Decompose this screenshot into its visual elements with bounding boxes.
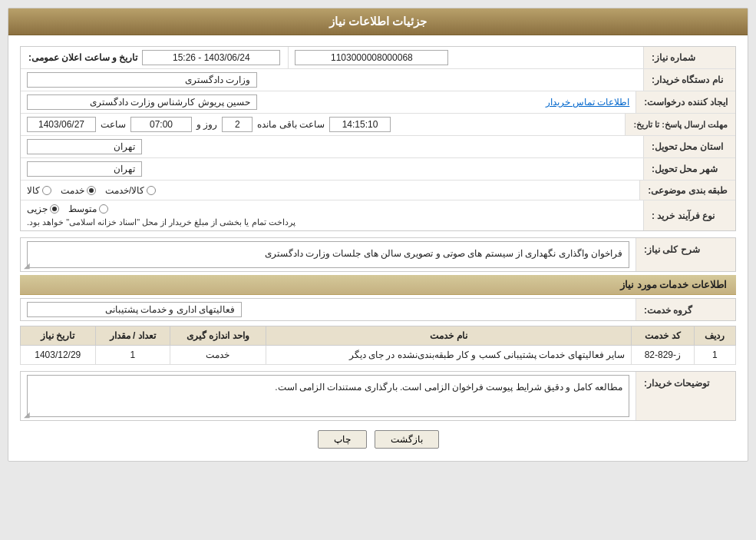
page-title: جزئیات اطلاعات نیاز bbox=[329, 15, 427, 28]
buyer-notes-label: توضیحات خریدار: bbox=[636, 372, 735, 420]
procurement-row: نوع فرآیند خرید : متوسط جزیی bbox=[21, 200, 735, 230]
category-label: طبقه بندی موضوعی: bbox=[639, 181, 735, 200]
col-header-date: تاریخ نیاز bbox=[21, 326, 96, 346]
buyer-notes-text: مطالعه کامل و دقیق شرایط پیوست فراخوان ا… bbox=[27, 375, 629, 417]
category-option-kala-khedmat[interactable]: کالا/خدمت bbox=[105, 185, 156, 196]
province-label: استان محل تحویل: bbox=[643, 136, 735, 157]
province-row: استان محل تحویل: تهران bbox=[21, 136, 735, 158]
procurement-option-jozi[interactable]: جزیی bbox=[27, 204, 59, 214]
procurement-label-motavaset: متوسط bbox=[68, 204, 97, 214]
category-radio-group: کالا/خدمت خدمت کالا bbox=[27, 185, 156, 196]
deadline-remaining-label: ساعت باقی مانده bbox=[257, 119, 325, 130]
cell-service-name: سایر فعالیتهای خدمات پشتیبانی کسب و کار … bbox=[266, 346, 631, 365]
description-label: شرح کلی نیاز: bbox=[636, 238, 735, 271]
services-section-header: اطلاعات خدمات مورد نیاز bbox=[20, 275, 736, 295]
creator-name-box: حسین پریوش کارشناس وزارت دادگستری bbox=[27, 94, 257, 110]
announce-value-box: 1403/06/24 - 15:26 bbox=[142, 50, 280, 65]
page-wrapper: جزئیات اطلاعات نیاز شماره نیاز: 11030000… bbox=[0, 0, 756, 540]
cell-unit: خدمت bbox=[170, 346, 266, 365]
deadline-remaining-box: 14:15:10 bbox=[329, 117, 391, 132]
procurement-radio-group: متوسط جزیی bbox=[27, 204, 108, 214]
category-value: کالا/خدمت خدمت کالا bbox=[21, 181, 639, 200]
services-table-container: ردیف کد خدمت نام خدمت واحد اندازه گیری ت… bbox=[20, 326, 736, 365]
category-row: طبقه بندی موضوعی: کالا/خدمت خدمت bbox=[21, 181, 735, 200]
card-body: شماره نیاز: 1103000008000068 1403/06/24 … bbox=[8, 35, 748, 461]
main-card: جزئیات اطلاعات نیاز شماره نیاز: 11030000… bbox=[8, 8, 748, 462]
table-row: 1 ز-829-82 سایر فعالیتهای خدمات پشتیبانی… bbox=[21, 346, 736, 365]
print-button[interactable]: چاپ bbox=[318, 430, 367, 449]
description-text: فراخوان واگذاری نگهداری از سیستم های صوت… bbox=[27, 241, 629, 268]
radio-icon-khedmat bbox=[87, 186, 96, 195]
deadline-date-box: 1403/06/27 bbox=[27, 117, 96, 132]
deadline-row: مهلت ارسال پاسخ: تا تاریخ: 14:15:10 ساعت… bbox=[21, 114, 735, 136]
col-header-quantity: تعداد / مقدار bbox=[95, 326, 170, 346]
procurement-note: پرداخت تمام یا بخشی از مبلغ خریدار از مح… bbox=[27, 217, 295, 227]
col-header-unit: واحد اندازه گیری bbox=[170, 326, 266, 346]
cell-quantity: 1 bbox=[95, 346, 170, 365]
category-label-khedmat: خدمت bbox=[61, 185, 84, 196]
announce-label: تاریخ و ساعت اعلان عمومی: bbox=[28, 52, 137, 63]
procurement-option-motavaset[interactable]: متوسط bbox=[68, 204, 108, 214]
table-header-row: ردیف کد خدمت نام خدمت واحد اندازه گیری ت… bbox=[21, 326, 736, 346]
creator-value: اطلاعات تماس خریدار حسین پریوش کارشناس و… bbox=[21, 91, 636, 113]
service-group-label: گروه خدمت: bbox=[636, 299, 735, 320]
city-row: شهر محل تحویل: تهران bbox=[21, 158, 735, 181]
button-row: بازگشت چاپ bbox=[20, 430, 736, 449]
deadline-time-box: 07:00 bbox=[130, 117, 192, 132]
resize-handle-icon: ◢ bbox=[24, 261, 30, 270]
top-info-section: شماره نیاز: 1103000008000068 1403/06/24 … bbox=[20, 46, 736, 231]
category-label-kala-khedmat: کالا/خدمت bbox=[105, 185, 144, 196]
buyer-org-value: وزارت دادگستری bbox=[21, 69, 643, 91]
procurement-value: متوسط جزیی پرداخت تمام یا بخشی از مبلغ خ… bbox=[21, 200, 643, 230]
service-group-section: گروه خدمت: فعالیتهای اداری و خدمات پشتیب… bbox=[20, 298, 736, 321]
buyer-org-row: نام دستگاه خریدار: وزارت دادگستری bbox=[21, 69, 735, 91]
service-group-row: گروه خدمت: فعالیتهای اداری و خدمات پشتیب… bbox=[21, 299, 735, 320]
creator-row: ایجاد کننده درخواست: اطلاعات تماس خریدار… bbox=[21, 91, 735, 114]
procurement-label-jozi: جزیی bbox=[27, 204, 48, 214]
creator-label: ایجاد کننده درخواست: bbox=[636, 91, 735, 113]
issue-number-label: شماره نیاز: bbox=[643, 47, 735, 68]
procurement-label: نوع فرآیند خرید : bbox=[643, 200, 735, 230]
buyer-notes-section: توضیحات خریدار: مطالعه کامل و دقیق شرایط… bbox=[20, 371, 736, 421]
radio-icon-motavaset bbox=[99, 204, 108, 214]
cell-service-code: ز-829-82 bbox=[632, 346, 694, 365]
creator-contact-link[interactable]: اطلاعات تماس خریدار bbox=[546, 97, 630, 108]
buyer-org-label: نام دستگاه خریدار: bbox=[643, 69, 735, 91]
deadline-value: 14:15:10 ساعت باقی مانده 2 روز و 07:00 س… bbox=[21, 114, 625, 135]
radio-icon-kala-khedmat bbox=[147, 186, 156, 195]
city-value: تهران bbox=[21, 158, 643, 180]
province-value: تهران bbox=[21, 136, 643, 157]
back-button[interactable]: بازگشت bbox=[375, 430, 439, 449]
radio-icon-kala bbox=[42, 186, 51, 195]
issue-announce-row: شماره نیاز: 1103000008000068 1403/06/24 … bbox=[21, 47, 735, 69]
category-label-kala: کالا bbox=[27, 185, 40, 196]
buyer-notes-value-container: مطالعه کامل و دقیق شرایط پیوست فراخوان ا… bbox=[21, 372, 636, 420]
resize-handle-notes-icon: ◢ bbox=[24, 410, 30, 419]
deadline-label: مهلت ارسال پاسخ: تا تاریخ: bbox=[625, 114, 735, 135]
deadline-time-label: ساعت bbox=[101, 119, 126, 130]
city-label: شهر محل تحویل: bbox=[643, 158, 735, 180]
description-row: شرح کلی نیاز: فراخوان واگذاری نگهداری از… bbox=[21, 238, 735, 271]
card-header: جزئیات اطلاعات نیاز bbox=[8, 8, 748, 35]
deadline-days-box: 2 bbox=[222, 117, 253, 132]
service-group-box: فعالیتهای اداری و خدمات پشتیبانی bbox=[27, 302, 242, 317]
announce-section: 1403/06/24 - 15:26 تاریخ و ساعت اعلان عم… bbox=[21, 47, 289, 68]
description-value-container: فراخوان واگذاری نگهداری از سیستم های صوت… bbox=[21, 238, 636, 271]
deadline-days-label: روز و bbox=[196, 119, 217, 130]
category-option-kala[interactable]: کالا bbox=[27, 185, 51, 196]
radio-icon-jozi bbox=[50, 204, 59, 214]
col-header-rownum: ردیف bbox=[694, 326, 735, 346]
col-header-service-name: نام خدمت bbox=[266, 326, 631, 346]
services-table: ردیف کد خدمت نام خدمت واحد اندازه گیری ت… bbox=[20, 326, 736, 365]
category-option-khedmat[interactable]: خدمت bbox=[61, 185, 96, 196]
issue-number-box: 1103000008000068 bbox=[295, 50, 448, 65]
issue-number-value: 1103000008000068 bbox=[289, 47, 643, 68]
cell-rownum: 1 bbox=[694, 346, 735, 365]
city-box: تهران bbox=[27, 161, 142, 177]
col-header-service-code: کد خدمت bbox=[632, 326, 694, 346]
buyer-org-box: وزارت دادگستری bbox=[27, 72, 257, 88]
service-group-value-container: فعالیتهای اداری و خدمات پشتیبانی bbox=[21, 299, 636, 320]
cell-date: 1403/12/29 bbox=[21, 346, 96, 365]
province-box: تهران bbox=[27, 139, 142, 154]
description-section: شرح کلی نیاز: فراخوان واگذاری نگهداری از… bbox=[20, 237, 736, 272]
